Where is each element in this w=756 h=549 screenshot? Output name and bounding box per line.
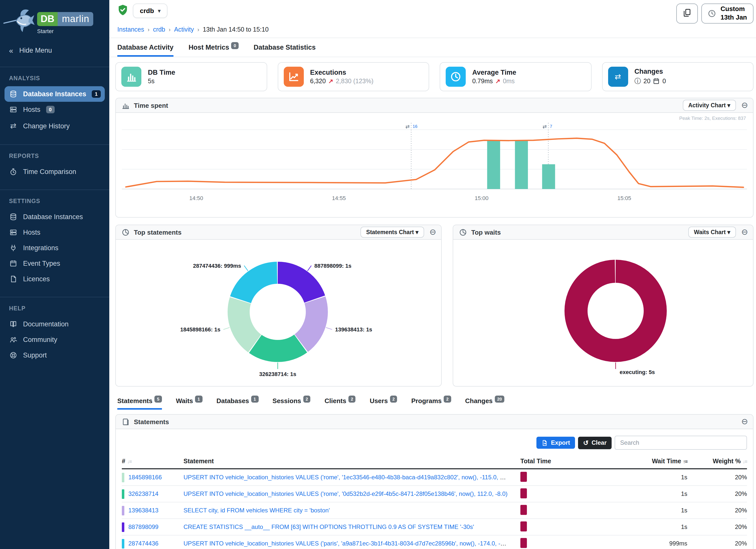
logo-badge: DB marlin xyxy=(37,12,93,26)
copy-link-button[interactable] xyxy=(677,4,698,24)
sidebar-item-label: Hosts xyxy=(23,106,40,113)
statement-color-chip xyxy=(122,539,124,548)
topbar: crdb ▾ xyxy=(109,0,756,24)
sidebar-item-hosts[interactable]: Hosts0 xyxy=(0,102,109,117)
metric-card-db-time[interactable]: DB Time5s xyxy=(115,62,267,91)
metric-card-average-time[interactable]: Average Time0.79ms↗0ms xyxy=(440,62,591,91)
sidebar-item-time-comparison[interactable]: Time Comparison xyxy=(0,164,109,179)
waits-donut[interactable]: executing: 5s xyxy=(453,240,753,386)
sidebar-item-hosts[interactable]: Hosts xyxy=(0,225,109,240)
calendar-icon xyxy=(653,78,660,85)
statement-id-link[interactable]: 139638413 xyxy=(128,507,158,514)
statements-panel-header: Statements ⊖ xyxy=(116,415,753,429)
sidebar-item-community[interactable]: Community xyxy=(0,332,109,347)
svg-text:15:05: 15:05 xyxy=(617,195,631,201)
time-range-mode: Custom xyxy=(721,5,747,14)
tab-count-badge: 0 xyxy=(231,42,238,49)
col-header-wait-time[interactable]: Wait Time ↑≡ xyxy=(588,458,687,465)
col-header-statement[interactable]: Statement xyxy=(183,458,520,465)
tab-waits[interactable]: Waits1 xyxy=(176,397,203,410)
tab-label: Changes xyxy=(465,397,493,405)
pie-chart-icon xyxy=(459,228,467,236)
clock-icon xyxy=(446,67,466,87)
breadcrumb-item[interactable]: Instances xyxy=(117,26,144,33)
sidebar-item-label: Change History xyxy=(23,122,70,130)
sidebar-item-label: Community xyxy=(23,336,57,343)
statement-id-link[interactable]: 287474436 xyxy=(128,540,158,547)
sidebar-item-change-history[interactable]: ⇄Change History xyxy=(0,117,109,134)
col-header-id[interactable]: # ↓≡ xyxy=(122,458,183,465)
statement-color-chip xyxy=(122,506,124,515)
sidebar-item-documentation[interactable]: Documentation xyxy=(0,316,109,332)
collapse-icon[interactable]: ⊖ xyxy=(741,418,748,426)
statements-chart-select[interactable]: Statements Chart ▾ xyxy=(361,227,424,238)
sidebar-item-support[interactable]: Support xyxy=(0,347,109,363)
statement-link[interactable]: UPSERT INTO vehicle_location_histories V… xyxy=(183,490,508,497)
tab-label: Sessions xyxy=(272,397,301,405)
col-header-total-time[interactable]: Total Time xyxy=(520,458,588,465)
breadcrumb-item[interactable]: Activity xyxy=(174,26,194,33)
chevron-down-icon: ▾ xyxy=(158,8,160,14)
tab-count-badge: 5 xyxy=(154,396,162,403)
statement-id-link[interactable]: 326238714 xyxy=(128,490,158,497)
search-input[interactable] xyxy=(615,436,747,450)
top-statements-title: Top statements xyxy=(134,228,181,236)
tab-clients[interactable]: Clients2 xyxy=(325,397,356,410)
pie-chart-icon xyxy=(122,228,129,236)
weight-value: 20% xyxy=(687,523,747,530)
svg-text:14:55: 14:55 xyxy=(332,195,346,201)
sidebar-item-event-types[interactable]: Event Types xyxy=(0,256,109,271)
statement-link[interactable]: UPSERT INTO vehicle_location_histories V… xyxy=(183,474,514,481)
sidebar-item-integrations[interactable]: Integrations xyxy=(0,240,109,256)
tab-programs[interactable]: Programs2 xyxy=(411,397,451,410)
statement-color-chip xyxy=(122,489,124,499)
statement-id-link[interactable]: 887898099 xyxy=(128,523,158,530)
book-icon xyxy=(9,320,18,328)
tab-database-activity[interactable]: Database Activity xyxy=(117,44,173,57)
statements-panel-title: Statements xyxy=(134,418,169,425)
time-spent-title: Time spent xyxy=(134,102,168,109)
sidebar-section-label: ANALYSIS xyxy=(0,75,109,81)
sidebar-item-database-instances[interactable]: Database Instances1 xyxy=(5,86,105,102)
metric-card-executions[interactable]: Executions6,320↗2,830 (123%) xyxy=(277,62,429,91)
breadcrumb-item[interactable]: crdb xyxy=(153,26,165,33)
statement-link[interactable]: CREATE STATISTICS __auto__ FROM [63] WIT… xyxy=(183,523,474,530)
sidebar-item-label: Event Types xyxy=(23,260,60,267)
total-time-bar xyxy=(520,505,527,515)
tab-sessions[interactable]: Sessions2 xyxy=(272,397,311,410)
collapse-icon[interactable]: ⊖ xyxy=(741,228,748,236)
table-row: 287474436UPSERT INTO vehicle_location_hi… xyxy=(122,535,747,549)
tab-host-metrics[interactable]: Host Metrics0 xyxy=(188,44,239,57)
trend-up-icon: ↗ xyxy=(328,78,333,85)
sidebar-item-database-instances[interactable]: Database Instances xyxy=(0,209,109,225)
statement-link[interactable]: SELECT city, id FROM vehicles WHERE city… xyxy=(183,507,330,514)
clear-button[interactable]: ↺ Clear xyxy=(578,436,612,449)
time-spent-chart[interactable]: Peak Time: 2s, Executions: 837 ⇄16⇄714:5… xyxy=(116,113,753,217)
table-header-row: # ↓≡ Statement Total Time Wait Time ↑≡ W… xyxy=(122,456,747,469)
sidebar-item-licences[interactable]: Licences xyxy=(0,271,109,287)
hide-menu-label: Hide Menu xyxy=(19,47,52,54)
main-tabs: Database ActivityHost Metrics0Database S… xyxy=(109,38,756,57)
metric-card-changes[interactable]: ⇄ Changesⓘ200 xyxy=(602,62,753,91)
tab-databases[interactable]: Databases1 xyxy=(217,397,259,410)
hide-menu-button[interactable]: « Hide Menu xyxy=(0,38,109,62)
instance-selector[interactable]: crdb ▾ xyxy=(133,4,167,18)
server-icon xyxy=(9,229,18,236)
weight-value: 20% xyxy=(687,490,747,497)
collapse-icon[interactable]: ⊖ xyxy=(741,101,748,109)
activity-chart-select[interactable]: Activity Chart ▾ xyxy=(683,100,736,111)
col-header-weight[interactable]: Weight % ↓≡ xyxy=(687,458,747,465)
time-range-button[interactable]: Custom 13th Jan xyxy=(702,4,754,24)
tab-database-statistics[interactable]: Database Statistics xyxy=(254,44,316,57)
tab-changes[interactable]: Changes20 xyxy=(465,397,505,410)
collapse-icon[interactable]: ⊖ xyxy=(429,228,436,236)
statements-donut[interactable]: 887898099: 1s139638413: 1s326238714: 1s1… xyxy=(116,240,441,386)
statement-id-link[interactable]: 1845898166 xyxy=(128,474,162,481)
tab-statements[interactable]: Statements5 xyxy=(117,397,162,410)
statement-link[interactable]: UPSERT INTO vehicle_location_histories V… xyxy=(183,540,514,547)
tab-users[interactable]: Users2 xyxy=(370,397,397,410)
export-button[interactable]: Export xyxy=(536,437,575,449)
weight-value: 20% xyxy=(687,540,747,547)
licence-icon xyxy=(9,275,18,283)
waits-chart-select[interactable]: Waits Chart ▾ xyxy=(688,227,736,238)
